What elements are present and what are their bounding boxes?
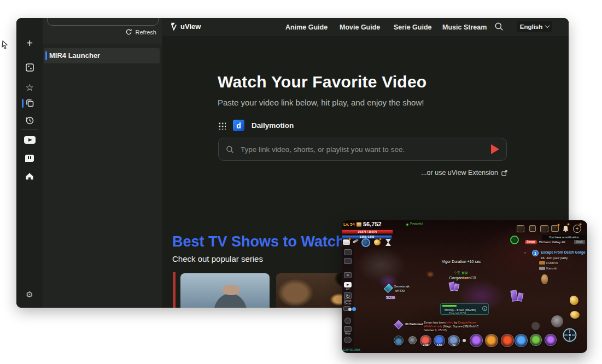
bag-icon[interactable] <box>344 258 352 264</box>
twitch-shortcut[interactable] <box>16 154 43 164</box>
mode-label: Peaceful <box>410 222 423 225</box>
youtube-shortcut[interactable] <box>16 136 43 146</box>
language-selector[interactable]: English <box>517 21 552 32</box>
codex-book-icon[interactable] <box>540 225 548 232</box>
capture-bug-icon[interactable] <box>510 236 519 244</box>
notification-bell-icon[interactable] <box>563 225 569 234</box>
shop-cart-icon[interactable] <box>517 225 524 232</box>
expand-plus-icon[interactable]: + <box>573 225 581 233</box>
slot-dot <box>463 339 466 342</box>
site-logo[interactable]: uView <box>170 22 201 31</box>
rail-divider <box>21 129 38 130</box>
uview-logo-icon <box>170 22 178 31</box>
selected-indicator <box>45 51 47 60</box>
extension-link-label: ...or use uView Extension <box>421 169 498 177</box>
panel-search-box[interactable] <box>47 18 159 26</box>
tab-overview-button[interactable] <box>16 62 43 72</box>
apps-grid-icon[interactable] <box>218 121 226 130</box>
gold-paw-icon[interactable] <box>570 311 580 319</box>
nav-anime-guide[interactable]: Anime Guide <box>285 24 328 31</box>
collapse-chevrons-icon[interactable]: » <box>344 272 352 278</box>
skill-fireball[interactable] <box>501 334 514 347</box>
clan-emblem <box>384 284 393 293</box>
lock-target-icon[interactable] <box>531 322 540 330</box>
plus-badge <box>579 223 582 226</box>
gold-paw-icon[interactable] <box>570 296 578 305</box>
ad-label: AD <box>342 288 354 291</box>
nav-search-button[interactable] <box>494 22 504 33</box>
hp-potion[interactable]: 2.9k <box>420 335 431 347</box>
dagger-icon[interactable] <box>408 336 417 344</box>
play-button[interactable] <box>491 144 499 154</box>
paw-attack-icon[interactable] <box>551 315 563 327</box>
copy-icon <box>25 98 34 108</box>
favorites-button[interactable]: ☆ <box>16 82 43 93</box>
globe-event-icon[interactable] <box>361 238 370 247</box>
settings-button[interactable]: ⚙ <box>16 290 43 300</box>
home-button[interactable] <box>16 171 43 181</box>
feather-icon[interactable] <box>353 239 359 244</box>
party-add-icon[interactable] <box>344 249 352 255</box>
quest-collapse-arrow[interactable]: › <box>524 250 526 255</box>
npc-guild-name: 수호 정령 <box>454 271 468 275</box>
skill-blade[interactable] <box>530 334 542 346</box>
npc-creature <box>541 274 548 284</box>
chat-dot-blue <box>352 307 356 311</box>
nav-serie-guide[interactable]: Serie Guide <box>394 24 431 31</box>
extension-link[interactable]: ...or use uView Extension <box>421 169 507 177</box>
character-icon[interactable] <box>344 318 351 324</box>
video-ad-icon[interactable] <box>344 282 352 287</box>
chat-dot-white <box>348 308 352 311</box>
switch-decks-icon[interactable]: ↻ <box>344 292 352 299</box>
wide-view-icon[interactable] <box>344 326 352 332</box>
dice-icon[interactable] <box>529 225 536 232</box>
dailymotion-logo[interactable]: d <box>233 120 244 131</box>
carousel-accent-bar <box>173 272 176 308</box>
mining-status: Mining... 8 sec (36/265) <box>445 308 476 312</box>
star-icon: ☆ <box>25 83 33 93</box>
search-icon <box>226 145 234 154</box>
dailymotion-initial: d <box>236 121 241 130</box>
video-link-input[interactable] <box>239 145 486 154</box>
auto-hunt-reticle[interactable] <box>562 327 577 345</box>
single-toggle[interactable]: Single <box>574 240 585 244</box>
mp-potion[interactable]: 3.6k <box>434 335 445 347</box>
buff-toast: Vigor Duration +10 sec <box>442 260 481 263</box>
player-level: Lv. 54 <box>343 222 355 227</box>
guild-chip-icon <box>539 261 545 265</box>
nav-music-stream[interactable]: Music Stream <box>442 24 487 31</box>
gather-counter: 5/230 <box>386 296 395 300</box>
info-icon[interactable]: i <box>482 306 487 311</box>
list-item-mir4-launcher[interactable]: MIR4 Launcher <box>44 48 160 63</box>
swirl-icon[interactable] <box>344 337 352 343</box>
mining-mode-icon[interactable] <box>394 336 404 345</box>
mouse-cursor <box>2 40 9 51</box>
skill-claw[interactable] <box>470 334 483 347</box>
darksteel-crystal <box>454 283 460 291</box>
new-tab-button[interactable]: + <box>16 37 43 50</box>
twitch-icon <box>25 155 34 162</box>
home-icon <box>25 172 34 180</box>
mir4-game-window[interactable]: Lv. 54 56,752 Peaceful 30,576 / 30,576 3… <box>342 220 587 353</box>
skill-ring[interactable] <box>545 334 557 346</box>
show-thumbnail-1[interactable] <box>180 273 270 308</box>
workspaces-button[interactable] <box>16 98 43 108</box>
provider-label: Dailymotion <box>252 121 294 130</box>
skill-harvest[interactable] <box>485 334 498 347</box>
refresh-button[interactable]: Refresh <box>125 28 156 36</box>
notification-tooltip: You have a notification. <box>542 235 587 240</box>
mining-progress-bar <box>442 305 457 307</box>
refresh-icon <box>125 28 132 36</box>
brand-label: uView <box>180 22 201 31</box>
darksteel-loot-icon <box>394 320 404 330</box>
danger-badge: Danger <box>525 240 537 244</box>
history-button[interactable] <box>16 115 43 125</box>
hero-subtitle: Paste your video link below, hit play, a… <box>218 98 424 107</box>
history-clock-icon <box>25 116 34 125</box>
hourglass-icon[interactable] <box>385 239 391 246</box>
skill-frostburst[interactable] <box>515 334 528 347</box>
pet-badge <box>379 238 382 240</box>
item-slot[interactable]: 49 <box>448 335 460 347</box>
nav-movie-guide[interactable]: Movie Guide <box>340 24 380 31</box>
quest-title[interactable]: Escape From Death Gorge <box>541 250 586 254</box>
